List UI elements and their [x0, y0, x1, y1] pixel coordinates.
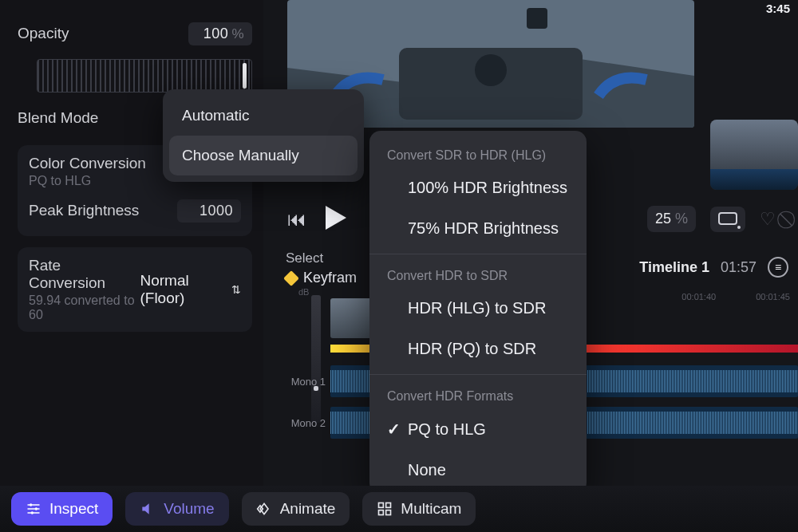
inspect-label: Inspect — [49, 500, 98, 518]
opacity-value: 100 — [203, 26, 229, 42]
preview-right-controls: 25 % ♡ ⃠ — [647, 206, 790, 232]
grid-icon — [377, 501, 393, 517]
keyframe-label: Keyfram — [303, 270, 357, 286]
zoom-value: 25 — [655, 211, 671, 227]
app-root: Opacity 100 % Blend Mode Color Conversio… — [0, 0, 798, 532]
color-conversion-menu: Convert SDR to HDR (HLG) 100% HDR Bright… — [369, 131, 587, 494]
track-mono2-label: Mono 2 — [284, 417, 330, 429]
select-keyframe-block: Select Keyfram — [286, 250, 357, 286]
timeline-ticks: 00:01:40 00:01:45 — [681, 292, 790, 301]
menu-pq-hlg[interactable]: ✓PQ to HLG — [369, 408, 587, 450]
svg-rect-6 — [719, 213, 737, 224]
bottom-bar: Inspect Volume Animate Multicam — [0, 486, 798, 532]
menu-75-hdr[interactable]: 75% HDR Brightness — [369, 208, 587, 249]
speaker-icon — [140, 501, 156, 517]
menu-header-hdr-formats: Convert HDR Formats — [369, 380, 587, 408]
opacity-label: Opacity — [18, 25, 69, 42]
timeline-tick: 00:01:45 — [756, 292, 790, 301]
db-label: dB — [298, 287, 309, 297]
svg-point-7 — [30, 503, 32, 506]
play-button[interactable] — [326, 206, 346, 233]
multicam-button[interactable]: Multicam — [362, 492, 476, 526]
keyframe-diamond-icon — [283, 270, 299, 286]
blend-mode-label: Blend Mode — [18, 109, 98, 127]
multicam-label: Multicam — [401, 500, 461, 518]
timeline-info-icon[interactable]: ≡ — [768, 257, 788, 278]
chevron-updown-icon: ⇅ — [231, 284, 241, 295]
menu-pq-sdr[interactable]: HDR (PQ) to SDR — [369, 329, 587, 369]
color-conv-mode-popover: Automatic Choose Manually — [163, 89, 364, 182]
transport-controls: ⏮ — [287, 206, 346, 233]
svg-marker-5 — [326, 206, 346, 230]
mode-automatic[interactable]: Automatic — [169, 96, 358, 136]
volume-label: Volume — [164, 500, 214, 518]
thumbnail-waveform — [710, 169, 798, 190]
timeline-header: Timeline 1 01:57 ≡ — [639, 257, 788, 278]
opacity-unit: % — [231, 26, 244, 42]
animate-label: Animate — [280, 500, 336, 518]
inspector-sidebar: Opacity 100 % Blend Mode Color Conversio… — [0, 0, 263, 510]
svg-rect-12 — [379, 510, 384, 515]
animate-button[interactable]: Animate — [242, 492, 350, 526]
track-mono1-label: Mono 1 — [284, 376, 330, 388]
check-icon: ✓ — [387, 420, 400, 439]
rate-conversion-dropdown[interactable]: Normal (Floor) ⇅ — [140, 272, 241, 307]
rate-conversion-sublabel: 59.94 converted to 60 — [29, 294, 140, 322]
menu-hlg-sdr[interactable]: HDR (HLG) to SDR — [369, 288, 587, 329]
menu-separator — [369, 374, 587, 375]
zoom-unit: % — [675, 211, 688, 227]
timeline-tick: 00:01:40 — [681, 292, 716, 301]
peak-brightness-value-box[interactable]: 1000 — [177, 199, 241, 223]
opacity-slider[interactable] — [37, 59, 252, 93]
favorite-icon[interactable]: ♡ — [760, 209, 776, 230]
svg-rect-13 — [386, 510, 391, 515]
menu-100-hdr[interactable]: 100% HDR Brightness — [369, 167, 587, 208]
svg-point-8 — [35, 507, 38, 510]
rate-conversion-panel: Rate Conversion 59.94 converted to 60 No… — [18, 247, 252, 332]
zoom-level-box[interactable]: 25 % — [647, 206, 696, 232]
time-corner: 3:45 — [766, 2, 790, 15]
menu-separator — [369, 254, 587, 254]
svg-point-9 — [31, 511, 34, 514]
inspect-button[interactable]: Inspect — [11, 492, 113, 526]
svg-rect-4 — [527, 8, 547, 29]
menu-header-hdr-sdr: Convert HDR to SDR — [369, 259, 587, 288]
peak-brightness-value: 1000 — [200, 203, 233, 219]
prev-frame-button[interactable]: ⏮ — [287, 208, 306, 231]
mode-choose-manually[interactable]: Choose Manually — [169, 136, 358, 175]
keyframe-button[interactable]: Keyfram — [286, 270, 357, 286]
menu-none[interactable]: None — [369, 450, 587, 491]
sliders-icon — [26, 501, 41, 517]
rate-conversion-label: Rate Conversion — [29, 257, 140, 292]
peak-brightness-label: Peak Brightness — [29, 202, 139, 219]
color-conversion-sublabel: PQ to HLG — [29, 174, 146, 188]
opacity-value-box[interactable]: 100 % — [188, 22, 252, 45]
audio-meter[interactable] — [311, 295, 321, 423]
timeline-name[interactable]: Timeline 1 — [639, 259, 709, 276]
rate-conversion-value: Normal (Floor) — [140, 272, 227, 307]
keyframes-icon — [256, 501, 272, 517]
svg-point-3 — [475, 54, 507, 86]
clip-thumbnail[interactable] — [710, 120, 798, 190]
display-settings-button[interactable] — [710, 207, 745, 232]
thumbnail-frame — [710, 120, 798, 169]
svg-rect-11 — [386, 503, 391, 508]
volume-button[interactable]: Volume — [125, 492, 228, 526]
timeline-time: 01:57 — [721, 259, 757, 276]
svg-rect-10 — [379, 503, 384, 508]
menu-header-sdr-hdr: Convert SDR to HDR (HLG) — [369, 139, 587, 167]
color-conversion-label: Color Conversion — [29, 155, 146, 172]
select-label: Select — [286, 250, 357, 266]
